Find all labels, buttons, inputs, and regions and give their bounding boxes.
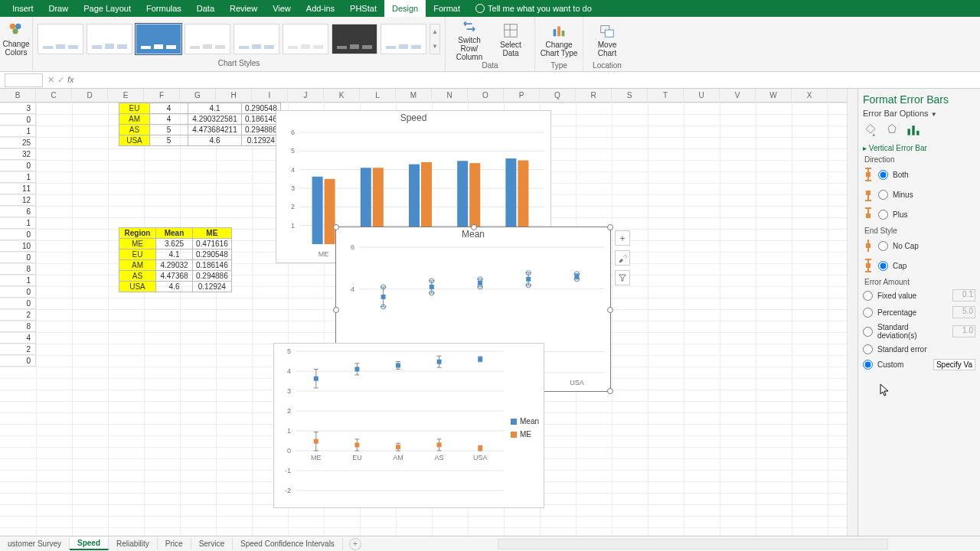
amount-se-radio[interactable]	[863, 344, 873, 354]
tab-data[interactable]: Data	[189, 0, 222, 17]
tab-design[interactable]: Design	[384, 0, 426, 17]
effects-icon[interactable]	[884, 122, 900, 138]
col-header-O[interactable]: O	[468, 89, 504, 103]
cell-b[interactable]: 10	[0, 240, 36, 252]
cell-b[interactable]: 1	[0, 217, 36, 229]
resize-handle-e[interactable]	[607, 307, 613, 313]
move-chart-button[interactable]: Move Chart	[588, 18, 626, 61]
chart-style-5[interactable]	[234, 24, 279, 54]
change-chart-type-button[interactable]: Change Chart Type	[540, 18, 578, 61]
vertical-scrollbar[interactable]	[847, 89, 858, 536]
col-header-N[interactable]: N	[432, 89, 468, 103]
cell-b[interactable]: 0	[0, 298, 36, 309]
sheet-tab-reliability[interactable]: Reliability	[109, 538, 158, 549]
chart-style-2[interactable]	[87, 24, 132, 54]
col-header-E[interactable]: E	[108, 89, 144, 103]
col-header-B[interactable]: B	[0, 89, 36, 103]
tab-addins[interactable]: Add-ins	[299, 0, 342, 17]
chart-style-6[interactable]	[283, 24, 328, 54]
direction-plus-radio[interactable]	[878, 210, 888, 220]
cell-b[interactable]: 0	[0, 160, 36, 171]
tab-page-layout[interactable]: Page Layout	[76, 0, 139, 17]
cell-b[interactable]: 6	[0, 206, 36, 217]
amount-pct-value[interactable]: 5.0	[952, 306, 975, 318]
sheet-tab-speed[interactable]: Speed	[70, 537, 109, 550]
chart-style-more[interactable]: ▲ ▼	[430, 24, 440, 54]
direction-minus-radio[interactable]	[878, 190, 888, 200]
col-header-Q[interactable]: Q	[540, 89, 576, 103]
resize-handle-w[interactable]	[333, 307, 339, 313]
formula-input[interactable]	[79, 73, 980, 87]
tab-review[interactable]: Review	[222, 0, 265, 17]
chart-brush-button[interactable]	[615, 250, 630, 266]
grid[interactable]: 3012532011112610100810028420 EU44.10.290…	[0, 103, 847, 536]
cell-b[interactable]: 1	[0, 275, 36, 286]
col-header-P[interactable]: P	[504, 89, 540, 103]
worksheet-area[interactable]: BCDEFGHIJKLMNOPQRSTUVWX 3012532011112610…	[0, 89, 858, 536]
cell-b[interactable]: 25	[0, 137, 36, 148]
col-header-H[interactable]: H	[216, 89, 252, 103]
specify-value-button[interactable]: Specify Va	[933, 359, 975, 370]
col-header-I[interactable]: I	[252, 89, 288, 103]
cell-b[interactable]: 0	[0, 229, 36, 240]
fx-icon[interactable]: fx	[67, 75, 74, 85]
col-header-K[interactable]: K	[324, 89, 360, 103]
resize-handle-nw[interactable]	[333, 224, 339, 230]
end-nocap-radio[interactable]	[878, 241, 888, 251]
col-header-F[interactable]: F	[144, 89, 180, 103]
col-header-M[interactable]: M	[396, 89, 432, 103]
col-header-T[interactable]: T	[648, 89, 684, 103]
chart-style-3[interactable]	[136, 24, 181, 54]
cell-b[interactable]: 8	[0, 263, 36, 275]
cell-b[interactable]: 3	[0, 103, 36, 114]
cell-b[interactable]: 4	[0, 332, 36, 344]
add-sheet-button[interactable]: +	[349, 538, 361, 550]
col-header-G[interactable]: G	[180, 89, 216, 103]
direction-both-radio[interactable]	[878, 170, 888, 180]
chart-meanme[interactable]: -2-1012345MEEUAMASUSA Mean ME	[273, 343, 544, 508]
fill-icon[interactable]	[863, 122, 878, 138]
col-header-S[interactable]: S	[612, 89, 648, 103]
amount-custom-radio[interactable]	[863, 360, 873, 370]
resize-handle-ne[interactable]	[607, 224, 613, 230]
col-header-W[interactable]: W	[756, 89, 792, 103]
select-data-button[interactable]: Select Data	[492, 18, 530, 61]
sheet-tab-service[interactable]: Service	[191, 538, 233, 549]
col-header-J[interactable]: J	[288, 89, 324, 103]
resize-handle-se[interactable]	[607, 388, 613, 394]
cell-b[interactable]: 2	[0, 344, 36, 355]
col-header-R[interactable]: R	[576, 89, 612, 103]
cell-b[interactable]: 8	[0, 321, 36, 332]
name-box[interactable]	[5, 73, 43, 87]
amount-fixed-value[interactable]: 0.1	[952, 289, 975, 302]
tell-me-box[interactable]: Tell me what you want to do	[475, 4, 592, 13]
chart-style-1[interactable]	[38, 24, 83, 54]
amount-fixed-radio[interactable]	[863, 291, 873, 301]
col-header-U[interactable]: U	[684, 89, 720, 103]
col-header-C[interactable]: C	[36, 89, 72, 103]
chart-style-7[interactable]	[332, 24, 377, 54]
bar-options-icon[interactable]	[906, 122, 921, 138]
cell-b[interactable]: 0	[0, 355, 36, 367]
chart-style-4[interactable]	[185, 24, 230, 54]
horizontal-scrollbar[interactable]	[498, 539, 888, 549]
chart-filter-button[interactable]	[615, 270, 630, 285]
tab-view[interactable]: View	[265, 0, 299, 17]
col-header-X[interactable]: X	[792, 89, 828, 103]
col-header-D[interactable]: D	[72, 89, 108, 103]
amount-pct-radio[interactable]	[863, 308, 873, 318]
cell-b[interactable]: 0	[0, 114, 36, 126]
cell-b[interactable]: 2	[0, 309, 36, 321]
confirm-icon[interactable]: ✓	[57, 75, 64, 85]
cell-b[interactable]: 1	[0, 171, 36, 183]
cell-b[interactable]: 11	[0, 183, 36, 194]
tab-format[interactable]: Format	[426, 0, 468, 17]
cell-b[interactable]: 0	[0, 286, 36, 298]
end-cap-radio[interactable]	[878, 261, 888, 271]
amount-std-radio[interactable]	[863, 327, 873, 337]
sheet-tab-customer-survey[interactable]: ustomer Survey	[0, 538, 70, 549]
error-bar-options-dropdown[interactable]: Error Bar Options ▼	[863, 109, 975, 118]
cell-b[interactable]: 1	[0, 126, 36, 137]
chart-style-8[interactable]	[381, 24, 426, 54]
col-header-L[interactable]: L	[360, 89, 396, 103]
